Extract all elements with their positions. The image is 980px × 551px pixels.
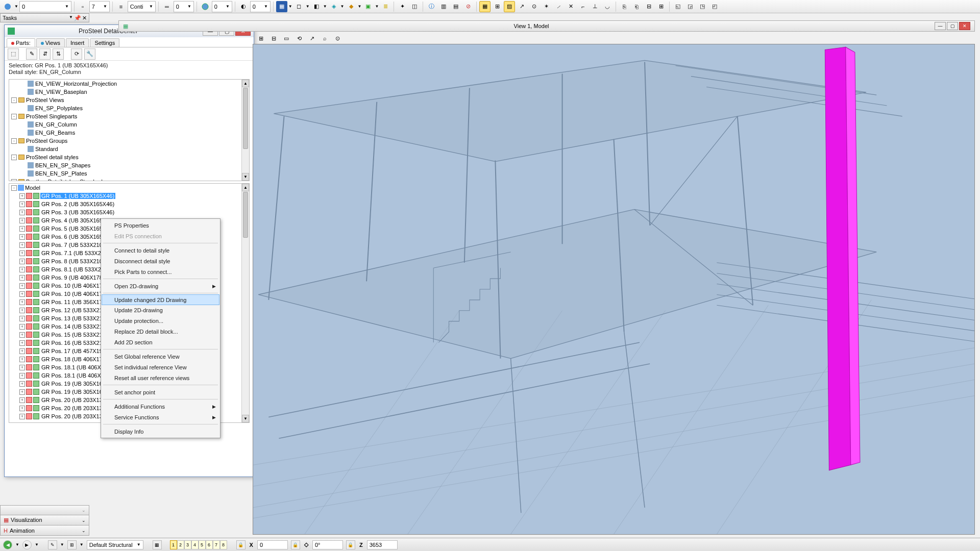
tool-04-icon[interactable]: ◈ [328,1,339,12]
scroll-thumb[interactable] [243,192,248,238]
tab-settings[interactable]: Settings [90,38,119,47]
sb-grid-icon[interactable]: ▦ [153,540,162,549]
layer-value-input[interactable] [22,4,63,10]
expand-icon[interactable]: + [19,348,25,354]
menu-item[interactable]: Open 2D-drawing▶ [102,281,219,291]
model-item-row[interactable]: +GR Pos. 2 (UB 305X165X46) [9,200,249,208]
z-value-field[interactable]: 3653 [367,540,398,549]
snap-03-icon[interactable]: ▨ [504,1,515,12]
linestyle-icon[interactable]: ≡ [115,1,127,12]
tool-02-icon[interactable]: ◻ [293,1,305,12]
tab-parts[interactable]: Parts: [7,38,35,47]
view-05-icon[interactable]: ◱ [672,1,683,12]
tree-scrollbar[interactable]: ▲ ▼ [241,80,249,181]
expand-icon[interactable]: + [19,365,25,370]
vt-07-icon[interactable]: ⊙ [332,33,343,44]
view-number-1[interactable]: 1 [170,540,177,549]
tool-01-icon[interactable]: ▦ [276,1,287,12]
viewport-menu-icon[interactable]: ▦ [123,23,128,30]
tool-05-icon[interactable]: ◆ [346,1,357,12]
model-item-row[interactable]: +GR Pos. 3 (UB 305X165X46) [9,208,249,216]
style-tree[interactable]: EN_VIEW_Horizontal_ProjectionEN_VIEW_Bas… [9,79,250,181]
vp-minimize-button[interactable]: — [935,22,946,30]
expand-icon[interactable]: + [19,283,25,289]
view-06-icon[interactable]: ◲ [684,1,696,12]
view-08-icon[interactable]: ◰ [709,1,720,12]
tool-11-icon[interactable]: ▤ [450,1,461,12]
info-icon[interactable]: ⓘ [426,1,437,12]
menu-item[interactable]: Replace 2D detail block... [102,326,219,337]
spin3[interactable]: 0▼ [212,1,232,12]
expand-icon[interactable]: - [11,155,17,160]
dct-pick-icon[interactable]: ⬚ [8,48,19,60]
tree-row[interactable]: EN_GR_Column [9,120,249,129]
tasks-dropdown-icon[interactable]: ▼ [69,15,73,21]
scroll-down-icon[interactable]: ▼ [242,415,249,422]
menu-item[interactable]: Additional Functions▶ [102,401,219,412]
snap-10-icon[interactable]: ⊥ [590,1,601,12]
rot-value-field[interactable]: 0° [312,540,343,549]
expand-icon[interactable]: + [19,340,25,346]
vt-01-icon[interactable]: ⊞ [255,33,266,44]
dct-wrench-icon[interactable]: 🔧 [84,48,95,60]
snap-08-icon[interactable]: ✕ [565,1,576,12]
menu-item[interactable]: Connect to detail style [102,245,219,256]
snap-06-icon[interactable]: ✶ [541,1,552,12]
tree-row[interactable]: -Bentley_Detailstyles_Standard [9,178,249,181]
spin2[interactable]: 0▼ [174,1,194,12]
expand-icon[interactable]: + [19,210,25,215]
view-number-3[interactable]: 3 [184,540,191,549]
tool-08-icon[interactable]: ✦ [397,1,408,12]
dct-03-icon[interactable]: ⇅ [53,48,64,60]
expand-icon[interactable]: + [19,316,25,321]
tab-views[interactable]: Views [36,38,65,47]
spin1[interactable]: 7▼ [89,1,110,12]
tasks-close-icon[interactable]: ✕ [82,15,87,21]
vt-02-icon[interactable]: ⊟ [268,33,279,44]
scroll-thumb[interactable] [243,88,248,149]
tasks-pin-icon[interactable]: 📌 [74,15,81,21]
expand-icon[interactable]: + [19,397,25,403]
tree-row[interactable]: -ProSteel detail styles [9,153,249,161]
expand-icon[interactable]: + [19,267,25,272]
menu-item[interactable]: Update protection... [102,315,219,326]
vp-close-button[interactable]: ✕ [959,22,970,30]
menu-item[interactable]: Set individual reference View [102,362,219,372]
x-value-field[interactable]: 0 [257,540,288,549]
layer-status-dropdown[interactable]: Default Structural▼ [87,540,143,549]
layer-dropdown[interactable]: ▼ [19,1,71,12]
view-number-2[interactable]: 2 [177,540,184,549]
model-scrollbar[interactable]: ▲ ▼ [241,184,249,422]
view-07-icon[interactable]: ◳ [697,1,708,12]
view-number-6[interactable]: 6 [206,540,213,549]
snap-09-icon[interactable]: ⌐ [577,1,589,12]
menu-item[interactable]: Pick Parts to connect... [102,266,219,277]
viewport-3d[interactable] [253,44,975,535]
expand-icon[interactable]: + [19,226,25,232]
sb-lock-icon[interactable]: 🔒 [236,540,246,549]
tree-row[interactable]: EN_SP_Polyplates [9,104,249,112]
tree-row[interactable]: EN_GR_Beams [9,129,249,137]
dct-02-icon[interactable]: ⇵ [39,48,51,60]
spin4[interactable]: 0▼ [250,1,271,12]
menu-item[interactable]: Set anchor point [102,387,219,397]
snap-grid-icon[interactable]: ▦ [479,1,491,12]
chevron-down-icon[interactable]: ▼ [14,4,18,9]
view-number-4[interactable]: 4 [191,540,199,549]
sb-lock2-icon[interactable]: 🔒 [291,540,300,549]
expand-icon[interactable]: + [19,218,25,223]
expand-icon[interactable]: + [19,406,25,411]
tool-03-icon[interactable]: ◧ [311,1,322,12]
view-02-icon[interactable]: ⎗ [631,1,642,12]
snap-07-icon[interactable]: ⟋ [553,1,564,12]
snap-center-icon[interactable]: ⊙ [528,1,540,12]
acc-animation[interactable]: HAnimation⌄ [0,525,89,536]
tree-row[interactable]: EN_VIEW_Horizontal_Projection [9,80,249,88]
sb-tool-01-icon[interactable]: ✎ [48,540,57,549]
vt-06-icon[interactable]: ⌕ [319,33,330,44]
cancel-icon[interactable]: ⊘ [462,1,474,12]
vp-maximize-button[interactable]: ▢ [947,22,958,30]
view-number-5[interactable]: 5 [199,540,206,549]
sb-tool-02-icon[interactable]: ⊞ [67,540,77,549]
menu-item[interactable]: Update 2D-drawing [102,305,219,315]
